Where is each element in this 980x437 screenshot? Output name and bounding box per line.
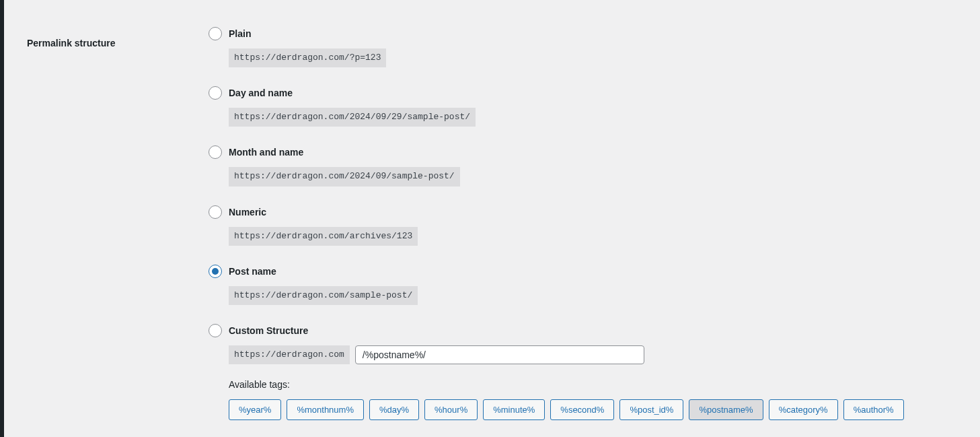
radio-month-name[interactable]: [209, 145, 222, 159]
custom-structure-input[interactable]: [355, 345, 644, 364]
option-numeric: Numeric https://derdragon.com/archives/1…: [209, 205, 967, 246]
tag-post-id[interactable]: %post_id%: [619, 399, 683, 420]
tag-second[interactable]: %second%: [550, 399, 614, 420]
option-post-name: Post name https://derdragon.com/sample-p…: [209, 265, 967, 305]
tag-category[interactable]: %category%: [769, 399, 838, 420]
radio-day-name[interactable]: [209, 86, 222, 100]
available-tags-label: Available tags:: [229, 379, 967, 390]
radio-label-numeric[interactable]: Numeric: [229, 207, 266, 217]
tags-row: %year% %monthnum% %day% %hour% %minute% …: [229, 399, 967, 420]
section-heading: Permalink structure: [27, 38, 209, 48]
radio-label-post-name[interactable]: Post name: [229, 266, 276, 277]
option-month-name: Month and name https://derdragon.com/202…: [209, 145, 967, 186]
example-day-name: https://derdragon.com/2024/09/29/sample-…: [229, 108, 476, 127]
option-plain: Plain https://derdragon.com/?p=123: [209, 27, 967, 67]
option-custom: Custom Structure https://derdragon.com A…: [209, 324, 967, 420]
radio-post-name[interactable]: [209, 265, 222, 278]
left-border: [0, 0, 4, 437]
tag-monthnum[interactable]: %monthnum%: [287, 399, 364, 420]
radio-label-custom[interactable]: Custom Structure: [229, 325, 308, 336]
section-label-column: Permalink structure: [27, 27, 209, 437]
tag-year[interactable]: %year%: [229, 399, 281, 420]
radio-custom[interactable]: [209, 324, 222, 337]
radio-label-month-name[interactable]: Month and name: [229, 147, 303, 158]
radio-label-plain[interactable]: Plain: [229, 28, 251, 39]
tag-hour[interactable]: %hour%: [424, 399, 478, 420]
radio-label-day-name[interactable]: Day and name: [229, 88, 293, 98]
tag-day[interactable]: %day%: [369, 399, 419, 420]
tag-author[interactable]: %author%: [843, 399, 904, 420]
options-column: Plain https://derdragon.com/?p=123 Day a…: [209, 27, 967, 437]
example-plain: https://derdragon.com/?p=123: [229, 48, 386, 67]
permalink-settings-section: Permalink structure Plain https://derdra…: [0, 0, 980, 437]
custom-base-url: https://derdragon.com: [229, 345, 350, 364]
tag-minute[interactable]: %minute%: [483, 399, 545, 420]
option-day-name: Day and name https://derdragon.com/2024/…: [209, 86, 967, 127]
tag-postname[interactable]: %postname%: [689, 399, 763, 420]
example-month-name: https://derdragon.com/2024/09/sample-pos…: [229, 167, 460, 186]
radio-numeric[interactable]: [209, 205, 222, 219]
radio-plain[interactable]: [209, 27, 222, 40]
example-post-name: https://derdragon.com/sample-post/: [229, 286, 418, 305]
example-numeric: https://derdragon.com/archives/123: [229, 227, 418, 246]
